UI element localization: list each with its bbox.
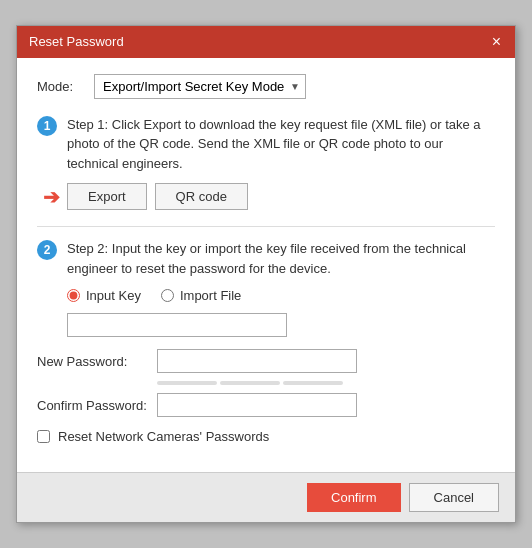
radio-row: Input Key Import File — [67, 288, 495, 303]
arrow-icon: ➔ — [43, 185, 60, 209]
strength-segment-3 — [283, 381, 343, 385]
qrcode-button[interactable]: QR code — [155, 183, 248, 210]
input-key-radio[interactable] — [67, 289, 80, 302]
new-password-input[interactable] — [157, 349, 357, 373]
input-key-option[interactable]: Input Key — [67, 288, 141, 303]
step2-header: 2 Step 2: Input the key or import the ke… — [37, 239, 495, 278]
reset-cameras-checkbox[interactable] — [37, 430, 50, 443]
input-key-field — [67, 313, 495, 337]
step2-text: Step 2: Input the key or import the key … — [67, 239, 495, 278]
password-strength-bar — [157, 381, 495, 385]
step2-badge: 2 — [37, 240, 57, 260]
step1-text: Step 1: Click Export to download the key… — [67, 115, 495, 174]
step2-section: 2 Step 2: Input the key or import the ke… — [37, 239, 495, 444]
checkbox-row: Reset Network Cameras' Passwords — [37, 429, 495, 444]
key-input[interactable] — [67, 313, 287, 337]
import-file-option[interactable]: Import File — [161, 288, 241, 303]
section-divider — [37, 226, 495, 227]
input-key-label: Input Key — [86, 288, 141, 303]
strength-segment-1 — [157, 381, 217, 385]
reset-cameras-label: Reset Network Cameras' Passwords — [58, 429, 269, 444]
export-button[interactable]: Export — [67, 183, 147, 210]
reset-password-dialog: Reset Password × Mode: Export/Import Sec… — [16, 25, 516, 524]
close-button[interactable]: × — [490, 34, 503, 50]
confirm-password-input[interactable] — [157, 393, 357, 417]
step1-badge: 1 — [37, 116, 57, 136]
title-bar: Reset Password × — [17, 26, 515, 58]
confirm-password-row: Confirm Password: — [37, 393, 495, 417]
strength-segment-2 — [220, 381, 280, 385]
step1-header: 1 Step 1: Click Export to download the k… — [37, 115, 495, 174]
import-file-label: Import File — [180, 288, 241, 303]
dialog-title: Reset Password — [29, 34, 124, 49]
confirm-password-label: Confirm Password: — [37, 398, 157, 413]
mode-label: Mode: — [37, 79, 82, 94]
import-file-radio[interactable] — [161, 289, 174, 302]
dialog-body: Mode: Export/Import Secret Key Mode ▼ 1 … — [17, 58, 515, 473]
mode-row: Mode: Export/Import Secret Key Mode ▼ — [37, 74, 495, 99]
mode-select-wrapper: Export/Import Secret Key Mode ▼ — [94, 74, 306, 99]
step1-section: 1 Step 1: Click Export to download the k… — [37, 115, 495, 211]
step1-buttons: ➔ Export QR code — [67, 183, 495, 210]
new-password-row: New Password: — [37, 349, 495, 373]
new-password-label: New Password: — [37, 354, 157, 369]
mode-select[interactable]: Export/Import Secret Key Mode — [94, 74, 306, 99]
confirm-button[interactable]: Confirm — [307, 483, 401, 512]
cancel-button[interactable]: Cancel — [409, 483, 499, 512]
dialog-footer: Confirm Cancel — [17, 472, 515, 522]
